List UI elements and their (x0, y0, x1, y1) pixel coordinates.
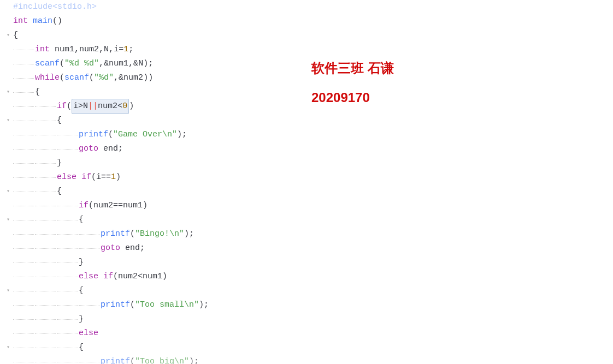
code-line[interactable]: } (4, 156, 613, 170)
type-keyword: int (13, 14, 28, 28)
code-line[interactable]: int num1,num2,N,i=1; (4, 43, 613, 57)
code-line[interactable]: goto end; (4, 241, 613, 255)
code-editor[interactable]: #include<stdio.h> int main() { int num1,… (0, 0, 613, 364)
keyword: else (57, 170, 76, 184)
code-line[interactable]: { (4, 28, 613, 43)
string-literal: "Too small\n" (135, 298, 199, 312)
fold-icon[interactable] (4, 114, 12, 128)
string-literal: "Game Over\n" (113, 128, 177, 142)
code-line[interactable]: { (4, 341, 613, 355)
code-line[interactable]: else if(num2<num1) (4, 270, 613, 284)
code-line[interactable]: if(num2==num1) (4, 199, 613, 213)
fold-icon[interactable] (4, 341, 12, 355)
code-line[interactable]: goto end; (4, 142, 613, 156)
code-line[interactable]: { (4, 85, 613, 99)
code-line[interactable]: printf("Bingo!\n"); (4, 227, 613, 241)
function-call: printf (101, 355, 130, 364)
keyword: if (79, 199, 89, 213)
code-line[interactable]: else if(i==1) (4, 170, 613, 184)
keyword: if (57, 99, 67, 114)
function-call: printf (101, 298, 130, 312)
code-line[interactable]: { (4, 184, 613, 199)
code-line[interactable]: while(scanf("%d",&num2)) (4, 71, 613, 85)
code-line[interactable]: { (4, 213, 613, 227)
code-line[interactable]: else (4, 326, 613, 341)
open-brace: { (13, 28, 18, 43)
highlighted-condition: i>N||num2<0 (72, 99, 129, 114)
code-line[interactable]: printf("Too small\n"); (4, 298, 613, 312)
code-line[interactable]: scanf("%d %d",&num1,&N); (4, 57, 613, 71)
string-literal: "%d %d" (64, 57, 99, 71)
type-keyword: int (35, 43, 50, 57)
watermark-id: 20209170 (311, 91, 370, 105)
keyword: while (35, 71, 60, 85)
preprocessor-directive: #include<stdio.h> (13, 0, 97, 14)
code-line[interactable]: { (4, 114, 613, 128)
code-line[interactable]: } (4, 312, 613, 326)
watermark-text: 软件三班 石谦 (311, 61, 394, 75)
code-line[interactable]: printf("Too big\n"); (4, 355, 613, 364)
code-line[interactable]: } (4, 255, 613, 270)
function-name: main (33, 14, 52, 28)
fold-icon[interactable] (4, 213, 12, 227)
code-line[interactable]: printf("Game Over\n"); (4, 128, 613, 142)
function-call: scanf (35, 57, 60, 71)
fold-icon[interactable] (4, 184, 12, 199)
keyword: else (79, 270, 98, 284)
function-call: printf (101, 227, 130, 241)
fold-icon[interactable] (4, 28, 12, 43)
string-literal: "Too big\n" (135, 355, 189, 364)
keyword: else (79, 326, 98, 341)
fold-icon[interactable] (4, 85, 12, 99)
keyword: goto (79, 142, 98, 156)
code-line[interactable]: if(i>N||num2<0) (4, 99, 613, 114)
string-literal: "Bingo!\n" (135, 227, 184, 241)
function-call: printf (79, 128, 108, 142)
code-line[interactable]: int main() (4, 14, 613, 28)
code-line[interactable]: { (4, 284, 613, 298)
keyword: goto (101, 241, 120, 255)
code-line[interactable]: #include<stdio.h> (4, 0, 613, 14)
fold-icon[interactable] (4, 284, 12, 298)
